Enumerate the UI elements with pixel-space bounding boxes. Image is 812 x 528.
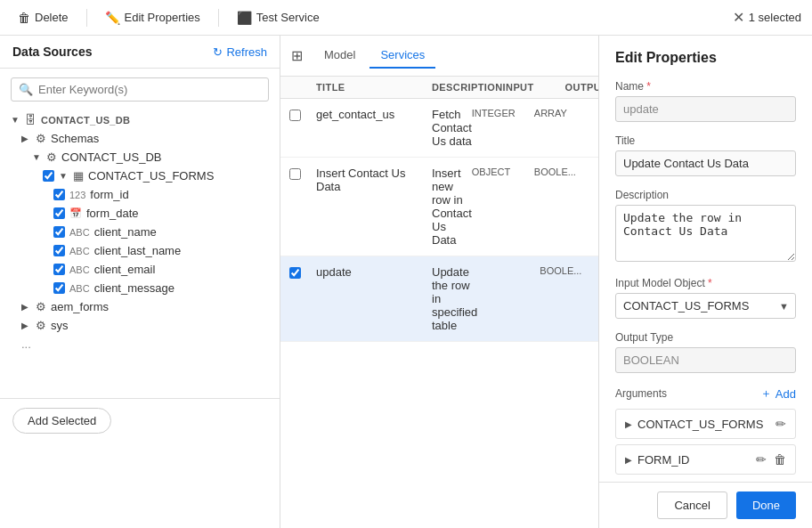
input-model-select-wrap: CONTACT_US_FORMS ▼: [615, 293, 796, 319]
chevron-right-icon-3: ▶: [21, 321, 32, 330]
test-icon: ⬛: [237, 11, 252, 25]
search-input[interactable]: [38, 83, 261, 96]
table-row-insert[interactable]: Insert Contact Us Data Insert new row in…: [280, 158, 598, 256]
title-field-input[interactable]: [615, 150, 796, 176]
chevron-right-icon: ▶: [21, 134, 32, 143]
arg-actions-1: ✏: [775, 417, 786, 431]
tree-sys[interactable]: ▶ ⚙ sys: [0, 316, 280, 335]
tree-contact-us-forms[interactable]: ▼ ▦ CONTACT_US_FORMS: [0, 167, 280, 185]
add-argument-button[interactable]: ＋ Add: [760, 386, 796, 402]
refresh-button[interactable]: ↻ Refresh: [213, 45, 267, 59]
tab-services[interactable]: Services: [369, 43, 435, 69]
input-model-select[interactable]: CONTACT_US_FORMS: [615, 293, 796, 319]
tree-schemas[interactable]: ▶ ⚙ Schemas: [0, 129, 280, 148]
row2-name: Insert Contact Us Data: [316, 167, 432, 193]
delete-label: Delete: [35, 11, 69, 24]
table-row-get-contact-us[interactable]: get_contact_us Fetch Contact Us data INT…: [280, 99, 598, 158]
delete-icon: 🗑: [18, 11, 30, 25]
field-label-client-email: client_email: [94, 263, 156, 276]
tree-field-client-message[interactable]: ABC client_message: [0, 279, 280, 297]
field-label-client-message: client_message: [94, 281, 175, 295]
row1-input: INTEGER: [472, 108, 534, 118]
field-checkbox-client-message[interactable]: [53, 282, 65, 294]
table-header: TITLE DESCRIPTION INPUT OUTPUT: [280, 77, 598, 99]
arg-name-2: FORM_ID: [637, 453, 690, 467]
delete-button[interactable]: 🗑 Delete: [11, 7, 76, 28]
cancel-button[interactable]: Cancel: [657, 491, 727, 519]
arg-chevron-icon-2[interactable]: ▶: [625, 455, 632, 465]
output-type-label: Output Type: [615, 331, 796, 344]
done-button[interactable]: Done: [736, 491, 796, 519]
row2-checkbox[interactable]: [289, 168, 301, 180]
field-checkbox-client-last-name[interactable]: [53, 245, 65, 256]
refresh-icon: ↻: [213, 45, 223, 59]
tree-field-form-date[interactable]: 📅 form_date: [0, 204, 280, 223]
tree-db-label: CONTACT_US_DB: [41, 115, 130, 126]
tab-model[interactable]: Model: [313, 43, 366, 69]
name-field-label: Name *: [615, 80, 796, 93]
tree-contact-us-db[interactable]: ▼ ⚙ CONTACT_US_DB: [0, 148, 280, 167]
left-panel-header: Data Sources ↻ Refresh: [0, 36, 280, 69]
layout-icon[interactable]: ⊞: [291, 47, 303, 64]
close-icon[interactable]: ✕: [733, 9, 744, 26]
row3-desc: Update the row in specified table: [432, 265, 477, 332]
field-checkbox-client-name[interactable]: [53, 226, 65, 238]
field-type-icon-1: 123: [69, 190, 85, 200]
field-label-form-date: form_date: [86, 207, 139, 220]
field-checkbox-form-id[interactable]: [53, 189, 65, 200]
row2-check[interactable]: [289, 167, 316, 183]
title-field-label: Title: [615, 134, 796, 147]
separator-2: [218, 9, 219, 27]
plus-icon: ＋: [760, 386, 772, 402]
row1-checkbox[interactable]: [289, 110, 301, 121]
row3-check[interactable]: [289, 265, 316, 281]
db-icon: 🗄: [25, 113, 37, 126]
field-type-icon-6: ABC: [69, 283, 90, 294]
arg-chevron-icon-1[interactable]: ▶: [625, 419, 632, 429]
field-type-icon-2: 📅: [69, 207, 82, 219]
tree-field-form-id[interactable]: 123 form_id: [0, 185, 280, 204]
description-textarea[interactable]: Update the row in Contact Us Data: [615, 205, 796, 262]
col-description: DESCRIPTION: [432, 82, 503, 93]
tree-field-client-last-name[interactable]: ABC client_last_name: [0, 241, 280, 260]
arguments-label: Arguments: [615, 387, 667, 400]
input-model-field-group: Input Model Object * CONTACT_US_FORMS ▼: [615, 277, 796, 319]
arg-edit-button-2[interactable]: ✏: [756, 452, 767, 467]
right-panel-footer: Cancel Done: [599, 482, 812, 528]
tree-db-root[interactable]: ▼ 🗄 CONTACT_US_DB: [0, 110, 280, 129]
col-title: TITLE: [316, 82, 432, 93]
tree-sys-label: sys: [51, 319, 69, 332]
tree-field-client-email[interactable]: ABC client_email: [0, 260, 280, 279]
edit-properties-button[interactable]: ✏️ Edit Properties: [98, 7, 207, 28]
forms-checkbox[interactable]: [43, 170, 54, 182]
chevron-down-icon: ▼: [11, 115, 21, 125]
tree-forms-label: CONTACT_US_FORMS: [88, 169, 214, 183]
name-field-input[interactable]: [615, 96, 796, 122]
row1-desc: Fetch Contact Us data: [432, 108, 472, 148]
col-output: OUTPUT: [565, 82, 598, 93]
row1-output: ARRAY: [534, 108, 597, 118]
tree-field-client-name[interactable]: ABC client_name: [0, 223, 280, 241]
tree-aem-forms-label: aem_forms: [51, 300, 109, 313]
row1-check[interactable]: [289, 108, 316, 124]
arguments-header: Arguments ＋ Add: [615, 386, 796, 402]
test-service-button[interactable]: ⬛ Test Service: [230, 7, 327, 28]
field-checkbox-client-email[interactable]: [53, 264, 65, 275]
row3-checkbox[interactable]: [289, 267, 301, 279]
table-icon: ▦: [73, 169, 84, 183]
output-type-input: [615, 347, 796, 373]
row2-desc: Insert new row in Contact Us Data: [432, 167, 472, 247]
description-field-group: Description Update the row in Contact Us…: [615, 189, 796, 264]
field-type-icon-3: ABC: [69, 227, 90, 238]
chevron-right-icon-2: ▶: [21, 302, 32, 312]
field-checkbox-form-date[interactable]: [53, 207, 65, 219]
tree-aem-forms[interactable]: ▶ ⚙ aem_forms: [0, 297, 280, 316]
arg-delete-button-2[interactable]: 🗑: [774, 452, 786, 467]
search-icon: 🔍: [19, 83, 33, 96]
add-selected-button[interactable]: Add Selected: [12, 408, 111, 434]
left-panel-footer: Add Selected: [0, 398, 280, 443]
field-type-icon-4: ABC: [69, 246, 90, 256]
table-row-update[interactable]: update Update the row in specified table…: [280, 256, 598, 342]
row2-output: BOOLE...: [534, 167, 597, 177]
arg-edit-button-1[interactable]: ✏: [775, 417, 786, 431]
